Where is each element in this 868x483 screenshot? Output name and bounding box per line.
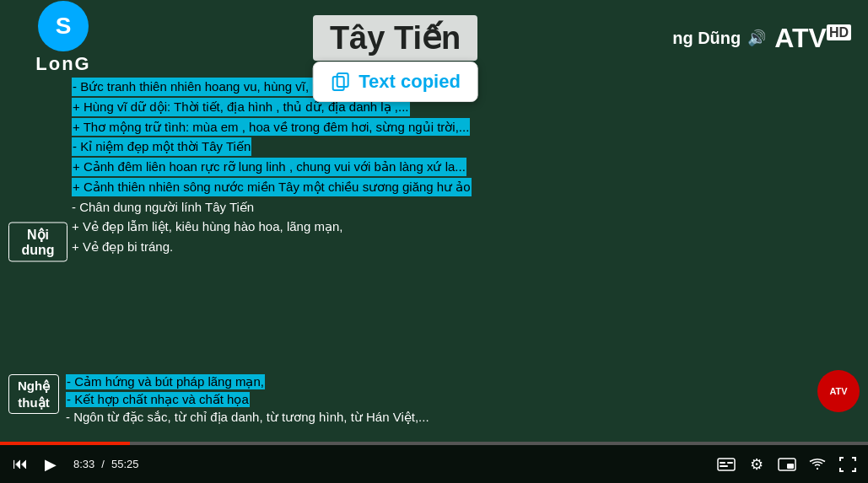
time-total: 55:25 bbox=[111, 458, 139, 470]
atv-red-logo: ATV bbox=[817, 370, 860, 412]
content-line-3: + Thơ mộng trữ tình: mùa em , hoa về tro… bbox=[72, 118, 864, 137]
presenter-name: ng Dũng bbox=[672, 29, 741, 48]
wifi-button[interactable] bbox=[806, 453, 829, 476]
skip-back-button[interactable]: ⏮ bbox=[8, 453, 32, 476]
control-bar: ⏮ ▶ 8:33 / 55:25 ⚙ bbox=[0, 445, 868, 483]
line-3-text: + Thơ mộng trữ tình: mùa em , hoa về tro… bbox=[72, 118, 470, 137]
copy-icon bbox=[330, 72, 350, 92]
text-copied-tooltip: Text copied bbox=[312, 62, 478, 102]
play-button[interactable]: ▶ bbox=[39, 453, 62, 476]
line-8-text: + Vẻ đẹp lẫm liệt, kiêu hùng hào hoa, lã… bbox=[72, 217, 342, 236]
content-line-6: + Cảnh thiên nhiên sông nước miền Tây mộ… bbox=[72, 178, 864, 196]
channel-name: ATVHD bbox=[774, 23, 851, 53]
pip-icon bbox=[778, 458, 796, 471]
pip-button[interactable] bbox=[775, 453, 799, 476]
time-display: 8:33 bbox=[73, 458, 94, 470]
hd-badge: HD bbox=[827, 24, 851, 40]
bottom-section: Nghệ thuật - Cảm hứng và bút pháp lãng m… bbox=[0, 366, 868, 442]
title-text: Tây Tiến bbox=[313, 15, 477, 61]
subtitles-icon bbox=[717, 458, 736, 471]
settings-button[interactable]: ⚙ bbox=[745, 453, 768, 476]
content-line-8: + Vẻ đẹp lẫm liệt, kiêu hùng hào hoa, lã… bbox=[72, 217, 864, 236]
art-line-2-text: - Kết hợp chất nhạc và chất họa bbox=[66, 392, 250, 407]
channel-logo: ATVHD bbox=[774, 23, 851, 54]
top-bar: S LonG Tây Tiến Text copied ng Dũng 🔊 AT… bbox=[0, 0, 868, 76]
svg-rect-3 bbox=[720, 462, 725, 464]
line-5-text: + Cảnh đêm liên hoan rực rỡ lung linh , … bbox=[72, 158, 466, 176]
logo-text: LonG bbox=[35, 53, 90, 75]
art-line-3: - Ngôn từ đặc sắc, từ chỉ địa danh, từ t… bbox=[66, 410, 868, 425]
atv-logo-text: ATV bbox=[829, 386, 847, 396]
svg-rect-2 bbox=[718, 459, 735, 470]
art-line-1: - Cảm hứng và bút pháp lãng mạn, bbox=[66, 374, 868, 389]
fullscreen-icon bbox=[839, 457, 856, 472]
line-6-text: + Cảnh thiên nhiên sông nước miền Tây mộ… bbox=[72, 178, 472, 196]
art-content: - Cảm hứng và bút pháp lãng mạn, - Kết h… bbox=[59, 370, 868, 427]
subtitles-button[interactable] bbox=[714, 453, 738, 476]
presenter-area: ng Dũng 🔊 bbox=[672, 29, 766, 48]
fullscreen-button[interactable] bbox=[836, 453, 860, 476]
content-line-9: + Vẻ đẹp bi tráng. bbox=[72, 238, 864, 256]
content-lines: - Bức tranh thiên nhiên hoang vu, hùng v… bbox=[72, 78, 864, 405]
title-area: Tây Tiến Text copied bbox=[118, 15, 672, 61]
svg-rect-7 bbox=[787, 464, 794, 469]
time-separator: / bbox=[101, 458, 105, 470]
wifi-icon bbox=[809, 458, 826, 471]
svg-rect-4 bbox=[727, 462, 733, 464]
art-line-1-text: - Cảm hứng và bút pháp lãng mạn, bbox=[66, 374, 265, 389]
line-4-text: - Kỉ niệm đẹp một thời Tây Tiến bbox=[72, 137, 251, 156]
svg-rect-5 bbox=[720, 465, 728, 467]
main-content: Nội dung - Bức tranh thiên nhiên hoang v… bbox=[0, 76, 868, 407]
logo-letter: S bbox=[56, 13, 72, 40]
logo-circle: S bbox=[38, 1, 89, 51]
art-line-3-text: - Ngôn từ đặc sắc, từ chỉ địa danh, từ t… bbox=[66, 410, 429, 425]
content-line-5: + Cảnh đêm liên hoan rực rỡ lung linh , … bbox=[72, 158, 864, 176]
content-line-4: - Kỉ niệm đẹp một thời Tây Tiến bbox=[72, 137, 864, 156]
art-label: Nghệ thuật bbox=[8, 374, 59, 414]
section-label: Nội dung bbox=[8, 222, 67, 261]
content-line-7: - Chân dung người lính Tây Tiến bbox=[72, 198, 864, 217]
line-7-text: - Chân dung người lính Tây Tiến bbox=[72, 198, 254, 217]
logo-area: S LonG bbox=[8, 1, 118, 75]
tooltip-text: Text copied bbox=[359, 71, 461, 93]
art-line-2: - Kết hợp chất nhạc và chất họa bbox=[66, 392, 868, 407]
line-9-text: + Vẻ đẹp bi tráng. bbox=[72, 238, 173, 256]
speaker-icon: 🔊 bbox=[747, 29, 766, 47]
svg-rect-1 bbox=[332, 77, 343, 90]
svg-rect-0 bbox=[337, 73, 348, 87]
